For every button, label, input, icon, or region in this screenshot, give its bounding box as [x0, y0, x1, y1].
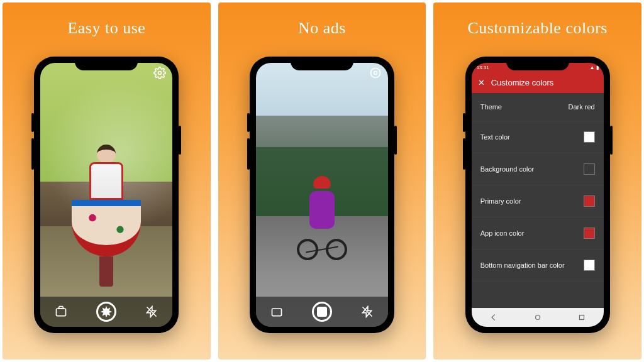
- promo-panel-noads: No ads: [218, 3, 426, 359]
- status-bar: 13:31 ▲ ▮: [472, 63, 604, 72]
- svg-point-3: [374, 72, 377, 75]
- camera-viewfinder: [256, 63, 388, 327]
- home-icon[interactable]: [533, 313, 542, 322]
- setting-label: Text color: [480, 133, 510, 141]
- promo-panel-colors: Customizable colors 13:31 ▲ ▮ ✕ Customiz…: [433, 3, 641, 359]
- flash-off-icon[interactable]: [145, 305, 158, 318]
- camera-top-controls: [369, 67, 382, 79]
- phone-screen: 13:31 ▲ ▮ ✕ Customize colors Theme Dark …: [472, 63, 604, 327]
- svg-rect-8: [579, 315, 584, 320]
- status-time: 13:31: [477, 65, 489, 70]
- phone-side-button: [610, 126, 613, 155]
- color-swatch[interactable]: [584, 260, 595, 271]
- close-icon[interactable]: ✕: [478, 78, 485, 87]
- setting-label: App icon color: [480, 229, 525, 237]
- phone-side-button: [179, 126, 181, 155]
- setting-label: Bottom navigation bar color: [480, 261, 565, 269]
- switch-camera-icon[interactable]: [55, 305, 67, 318]
- switch-camera-icon[interactable]: [270, 305, 283, 318]
- phone-mock: [250, 57, 394, 333]
- phone-side-button: [394, 126, 397, 155]
- phone-mock: [34, 57, 179, 333]
- app-bar: ✕ Customize colors: [472, 72, 604, 93]
- promo-panel-easy: Easy to use: [3, 3, 211, 359]
- recents-icon[interactable]: [577, 313, 586, 322]
- svg-point-0: [158, 72, 162, 75]
- record-stop-button[interactable]: [312, 302, 332, 322]
- phone-side-button: [247, 113, 250, 132]
- flash-off-icon[interactable]: [361, 305, 374, 318]
- phone-mock: 13:31 ▲ ▮ ✕ Customize colors Theme Dark …: [465, 57, 610, 333]
- phone-side-button: [31, 113, 34, 132]
- shutter-button[interactable]: [96, 302, 116, 322]
- color-swatch[interactable]: [584, 131, 595, 143]
- subject-cyclist: [294, 176, 350, 289]
- svg-point-4: [371, 69, 380, 78]
- android-nav-bar: [472, 308, 604, 327]
- subject-person: [72, 145, 141, 289]
- svg-rect-1: [57, 309, 66, 316]
- setting-row-background-color[interactable]: Background color: [472, 153, 604, 185]
- phone-side-button: [247, 138, 250, 170]
- panel-headline: Easy to use: [67, 19, 145, 38]
- phone-side-button: [463, 138, 465, 170]
- setting-row-text-color[interactable]: Text color: [472, 121, 604, 153]
- phone-side-button: [463, 113, 465, 132]
- camera-bottom-bar: [40, 297, 172, 327]
- svg-rect-5: [272, 309, 282, 316]
- phone-screen: [40, 63, 172, 327]
- camera-top-controls: [153, 67, 166, 79]
- appbar-title: Customize colors: [491, 78, 554, 87]
- phone-screen: [256, 63, 388, 327]
- setting-row-bottom-nav-color[interactable]: Bottom navigation bar color: [472, 250, 604, 282]
- panel-headline: No ads: [298, 19, 346, 38]
- setting-row-primary-color[interactable]: Primary color: [472, 185, 604, 217]
- camera-bottom-bar: [256, 297, 388, 327]
- color-swatch[interactable]: [584, 228, 595, 239]
- svg-point-7: [535, 315, 540, 320]
- color-swatch[interactable]: [584, 163, 595, 175]
- setting-row-theme[interactable]: Theme Dark red: [472, 93, 604, 121]
- gear-icon[interactable]: [153, 67, 166, 79]
- gear-icon[interactable]: [369, 67, 382, 79]
- status-icons: ▲ ▮: [590, 65, 599, 70]
- back-icon[interactable]: [489, 313, 498, 322]
- setting-label: Background color: [480, 165, 535, 173]
- setting-label: Primary color: [480, 197, 521, 205]
- color-swatch[interactable]: [584, 195, 595, 207]
- setting-value: Dark red: [568, 103, 594, 111]
- setting-row-app-icon-color[interactable]: App icon color: [472, 217, 604, 250]
- camera-viewfinder: [40, 63, 172, 327]
- panel-headline: Customizable colors: [467, 19, 608, 38]
- phone-side-button: [31, 138, 34, 170]
- setting-label: Theme: [480, 103, 502, 111]
